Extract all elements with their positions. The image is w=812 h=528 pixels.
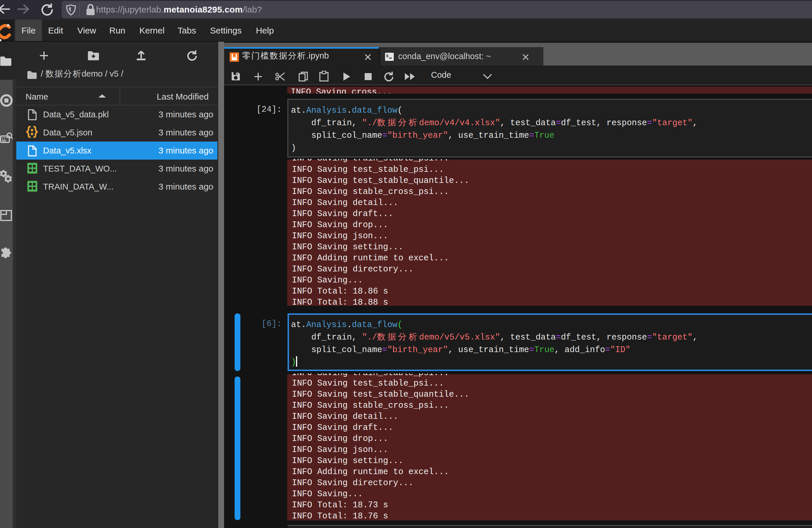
svg-text:$: $ [386,54,389,58]
